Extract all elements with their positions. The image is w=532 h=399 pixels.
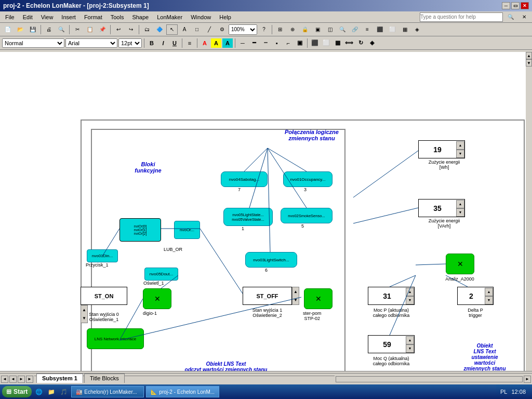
rotate[interactable]: ↻ xyxy=(355,38,366,48)
grid-button[interactable]: ⊞ xyxy=(274,24,286,35)
tb13[interactable]: 🔗 xyxy=(349,24,361,35)
node-nvo05lightstate[interactable]: nvo05LightState...nvo05ValveState... xyxy=(223,208,273,226)
new-button[interactable]: 📄 xyxy=(2,24,14,35)
menu-file[interactable]: File xyxy=(2,13,18,21)
tb18[interactable]: ◈ xyxy=(411,24,423,35)
align-objects[interactable]: ⟺ xyxy=(344,38,354,48)
tab-titleblocks[interactable]: Title Blocks xyxy=(84,374,125,383)
pointer-tool[interactable]: ↖ xyxy=(166,24,178,35)
open-button[interactable]: 📂 xyxy=(15,24,26,35)
tb7[interactable]: ? xyxy=(258,24,270,35)
save-button[interactable]: 💾 xyxy=(27,24,38,35)
tb17[interactable]: ▦ xyxy=(399,24,410,35)
tab-subsystem[interactable]: Subsystem 1 xyxy=(36,374,83,383)
align-left[interactable]: ≡ xyxy=(184,38,195,48)
redo-button[interactable]: ↪ xyxy=(125,24,137,35)
tab-last-button[interactable]: ► xyxy=(26,376,33,383)
scroll-right-button[interactable]: ► xyxy=(524,376,531,383)
tb1[interactable]: 🗂 xyxy=(141,24,153,35)
lns-network[interactable]: LNS Network Interface xyxy=(87,328,144,349)
line-weight[interactable]: ━ xyxy=(249,38,259,48)
bold-button[interactable]: B xyxy=(147,38,157,48)
scroll-down-button[interactable]: ▼ xyxy=(526,59,532,66)
taskbar-task-proj2[interactable]: 📐 proj-2 - Echelon LonM... xyxy=(146,386,219,397)
font-select[interactable]: Arial xyxy=(65,38,117,48)
shadow[interactable]: ▪ xyxy=(272,38,282,48)
st-off-spin[interactable]: ▲ ▼ xyxy=(292,287,299,305)
menu-view[interactable]: View xyxy=(38,13,57,21)
node-nvo02smokesensor[interactable]: nvo02SmokeSenso... xyxy=(281,208,332,223)
tab-next-button[interactable]: ► xyxy=(18,376,25,383)
node-nvo05dout[interactable]: nvo05Dout... xyxy=(144,268,178,281)
tb11[interactable]: ◫ xyxy=(324,24,336,35)
bring-front[interactable]: ⬛ xyxy=(310,38,320,48)
tb2[interactable]: 🔷 xyxy=(154,24,165,35)
scroll-up-button[interactable]: ▲ xyxy=(526,52,532,59)
highlight-color[interactable]: A xyxy=(211,38,221,48)
analiz-box[interactable]: ✕ xyxy=(446,254,474,274)
tab-prev-button[interactable]: ◄ xyxy=(9,376,17,383)
taskbar-task-echelon[interactable]: 🏭 Echelon(r) LonMaker... xyxy=(71,386,144,397)
tb4[interactable]: □ xyxy=(191,24,203,35)
zoom-select[interactable]: 100% xyxy=(229,24,257,35)
copy-button[interactable]: 📋 xyxy=(84,24,96,35)
menu-shape[interactable]: Shape xyxy=(129,13,152,21)
cut-button[interactable]: ✂ xyxy=(72,24,83,35)
restore-button[interactable]: ▭ xyxy=(511,2,520,9)
print-button[interactable]: 🖨 xyxy=(43,24,55,35)
spinbox-31[interactable]: 31 ▲ ▼ xyxy=(368,287,415,305)
menu-window[interactable]: Window xyxy=(188,13,214,21)
digio-box[interactable]: ✕ xyxy=(143,288,171,309)
line-style[interactable]: ─ xyxy=(237,38,248,48)
spinbox-35[interactable]: 35 ▲ ▼ xyxy=(418,199,465,217)
tb6[interactable]: ⚙ xyxy=(216,24,228,35)
undo-button[interactable]: ↩ xyxy=(113,24,124,35)
menu-tools[interactable]: Tools xyxy=(108,13,127,21)
window-close-inner[interactable]: ✕ xyxy=(518,12,530,22)
tb3[interactable]: A xyxy=(179,24,190,35)
scroll-left-button[interactable]: ◄ xyxy=(1,376,8,383)
start-button[interactable]: ⊞ Start xyxy=(2,386,32,397)
horizontal-scrollbar[interactable]: ◄ ◄ ► ► Subsystem 1 Title Blocks ► xyxy=(0,373,532,384)
menu-lonmaker[interactable]: LonMaker xyxy=(154,13,185,21)
fill-style[interactable]: ▣ xyxy=(295,38,305,48)
tb12[interactable]: 🔍 xyxy=(337,24,348,35)
close-button[interactable]: ✕ xyxy=(521,2,529,9)
tb16[interactable]: ⬜ xyxy=(387,24,398,35)
taskbar-icon-media[interactable]: 🎵 xyxy=(59,387,69,397)
vertical-scrollbar[interactable]: ▲ ▼ xyxy=(526,52,532,378)
scroll-thumb-h[interactable] xyxy=(336,376,523,382)
node-nvoor[interactable]: nvoOr... xyxy=(174,221,200,239)
format-extra[interactable]: ◈ xyxy=(367,38,377,48)
tb14[interactable]: ≡ xyxy=(362,24,373,35)
tb5[interactable]: ╱ xyxy=(204,24,215,35)
print-preview-button[interactable]: 🔍 xyxy=(56,24,67,35)
spinbox-2[interactable]: 2 ▲ ▼ xyxy=(457,287,494,305)
help-search-button[interactable]: 🔍 xyxy=(505,12,516,22)
node-nvi-inputs[interactable]: nviOr[0]nviOr[1]nviOr[2] xyxy=(119,218,161,242)
st-on-box[interactable]: ST_ON xyxy=(81,287,127,305)
tb15[interactable]: ⬛ xyxy=(374,24,385,35)
font-color[interactable]: A xyxy=(200,38,210,48)
minimize-button[interactable]: ─ xyxy=(502,2,510,9)
menu-insert[interactable]: Insert xyxy=(58,13,79,21)
line-color[interactable]: ┄ xyxy=(260,38,271,48)
node-nvo03lightswitch[interactable]: nvo03LightSwitch... xyxy=(245,252,297,268)
paste-button[interactable]: 📌 xyxy=(97,24,108,35)
taskbar-icon-folder[interactable]: 📁 xyxy=(46,387,57,397)
send-back[interactable]: ⬜ xyxy=(321,38,331,48)
taskbar-icon-ie[interactable]: 🌐 xyxy=(34,387,44,397)
size-select[interactable]: 12pt xyxy=(118,38,142,48)
underline-button[interactable]: U xyxy=(169,38,180,48)
italic-button[interactable]: I xyxy=(158,38,168,48)
spinbox-19[interactable]: 19 ▲ ▼ xyxy=(418,140,465,158)
ster-pom-box[interactable]: ✕ xyxy=(304,288,332,309)
group[interactable]: ▦ xyxy=(332,38,343,48)
spinbox-59[interactable]: 59 ▲ ▼ xyxy=(368,335,415,353)
fill-color[interactable]: A xyxy=(222,38,233,48)
menu-edit[interactable]: Edit xyxy=(20,13,36,21)
node-nvo01occupancy[interactable]: nvo01Occupancy... xyxy=(283,171,332,187)
help-search[interactable] xyxy=(420,12,503,22)
style-select[interactable]: Normal xyxy=(2,38,64,48)
menu-format[interactable]: Format xyxy=(81,13,105,21)
